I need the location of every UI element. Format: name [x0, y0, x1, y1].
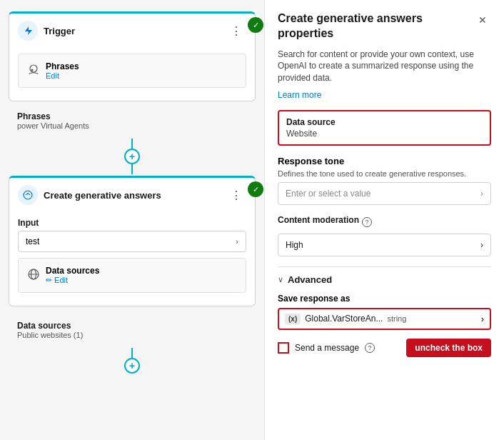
advanced-toggle[interactable]: ∨ Advanced: [278, 274, 491, 285]
content-mod-value: High: [286, 240, 303, 250]
trigger-check: ✓: [248, 17, 263, 33]
generative-menu-icon[interactable]: ⋮: [226, 187, 246, 204]
svg-point-0: [30, 65, 37, 72]
close-button[interactable]: ✕: [474, 11, 491, 29]
content-mod-row: Content moderation ?: [278, 215, 491, 229]
input-row: Input test ›: [18, 218, 246, 252]
add-step-btn-2[interactable]: +: [124, 358, 140, 374]
trigger-node-wrapper: Trigger ⋮ Phrases Edit: [9, 11, 256, 101]
input-value: test: [26, 236, 39, 246]
panel-desc: Search for content or provide your own c…: [278, 49, 491, 84]
trigger-node: Trigger ⋮ Phrases Edit: [9, 11, 256, 101]
trigger-menu-icon[interactable]: ⋮: [226, 23, 246, 39]
content-mod-select[interactable]: High ›: [278, 234, 491, 256]
datasources-sub-label: Data sources: [46, 266, 99, 276]
datasources-edit-link[interactable]: ✏ Edit: [46, 276, 99, 285]
svg-point-1: [31, 69, 34, 71]
trigger-icon: [18, 21, 38, 41]
var-name: Global.VarStoreAn...: [305, 314, 383, 324]
left-panel: Trigger ⋮ Phrases Edit: [0, 0, 264, 440]
phrases-sub-label: Phrases: [46, 61, 79, 71]
datasources-sub-node: Data sources ✏ Edit: [18, 258, 246, 293]
generative-header-left: Create generative answers: [18, 185, 161, 205]
phrases-edit-link[interactable]: Edit: [46, 71, 79, 80]
generative-check: ✓: [248, 181, 263, 197]
string-badge: string: [387, 314, 406, 323]
data-source-value: Website: [286, 129, 483, 139]
svg-point-2: [27, 193, 29, 194]
response-tone-select[interactable]: Enter or select a value ›: [278, 182, 491, 205]
save-response-chevron-icon: ›: [481, 314, 484, 324]
generative-node-header: Create generative answers ⋮: [9, 178, 255, 212]
var-badge: (x): [285, 314, 301, 324]
trigger-title: Trigger: [44, 26, 75, 36]
content-mod-chevron-icon: ›: [480, 240, 483, 250]
phrases-info-title: Phrases: [17, 111, 247, 121]
connector-2: +: [9, 348, 256, 374]
response-tone-chevron-icon: ›: [480, 189, 483, 199]
generative-title: Create generative answers: [44, 190, 161, 201]
trigger-node-header: Trigger ⋮: [9, 14, 255, 48]
save-response-box[interactable]: (x) Global.VarStoreAn... string ›: [278, 308, 491, 330]
send-msg-help-icon[interactable]: ?: [365, 343, 375, 353]
phrases-info-sub: power Virtual Agents: [17, 121, 247, 130]
save-response-label: Save response as: [278, 294, 491, 304]
input-field[interactable]: test ›: [18, 231, 246, 252]
phrases-icon: [27, 64, 40, 79]
generative-node-wrapper: Create generative answers ⋮ Input test ›: [9, 176, 256, 306]
datasources-info-label: Data sources: [17, 321, 247, 331]
connector-line-3: [131, 348, 133, 358]
connector-1: +: [9, 139, 256, 174]
generative-node: Create generative answers ⋮ Input test ›: [9, 176, 256, 306]
connector-line-2: [131, 164, 133, 174]
phrases-info: Phrases power Virtual Agents: [9, 107, 256, 137]
send-msg-label: Send a message: [295, 343, 359, 353]
phrases-sub-node: Phrases Edit: [18, 54, 246, 88]
advanced-chevron-icon: ∨: [278, 275, 283, 284]
panel-title: Create generative answers properties: [278, 11, 474, 41]
advanced-label: Advanced: [288, 274, 332, 285]
send-msg-checkbox[interactable]: [278, 342, 289, 354]
generative-body: Input test ›: [9, 212, 255, 306]
datasources-sub-content: Data sources ✏ Edit: [46, 266, 99, 285]
response-tone-desc: Defines the tone used to create generati…: [278, 169, 491, 178]
data-source-title: Data source: [286, 117, 483, 127]
save-response-inner: (x) Global.VarStoreAn... string: [285, 314, 406, 324]
add-step-btn-1[interactable]: +: [124, 149, 140, 164]
trigger-header-left: Trigger: [18, 21, 75, 41]
right-panel: Create generative answers properties ✕ S…: [264, 0, 504, 440]
response-tone-placeholder: Enter or select a value: [286, 189, 371, 199]
learn-more-link[interactable]: Learn more: [278, 90, 491, 100]
phrases-sub-content: Phrases Edit: [46, 61, 79, 80]
input-chevron-icon: ›: [236, 237, 238, 246]
input-label: Input: [18, 218, 246, 228]
generative-icon: [18, 185, 38, 205]
datasources-icon: [27, 268, 40, 283]
uncheck-box-hint: uncheck the box: [406, 339, 491, 357]
datasources-info-value: Public websites (1): [17, 331, 247, 339]
content-mod-help-icon[interactable]: ?: [362, 217, 372, 227]
send-msg-row: Send a message ? uncheck the box: [278, 339, 491, 357]
divider: [278, 266, 491, 267]
content-mod-label: Content moderation: [278, 215, 359, 225]
connector-line-1: [131, 139, 133, 149]
trigger-body: Phrases Edit: [9, 48, 255, 101]
response-tone-label: Response tone: [278, 156, 491, 166]
datasources-info: Data sources Public websites (1): [9, 312, 256, 346]
data-source-box[interactable]: Data source Website: [278, 110, 491, 146]
panel-header: Create generative answers properties ✕: [278, 11, 491, 41]
